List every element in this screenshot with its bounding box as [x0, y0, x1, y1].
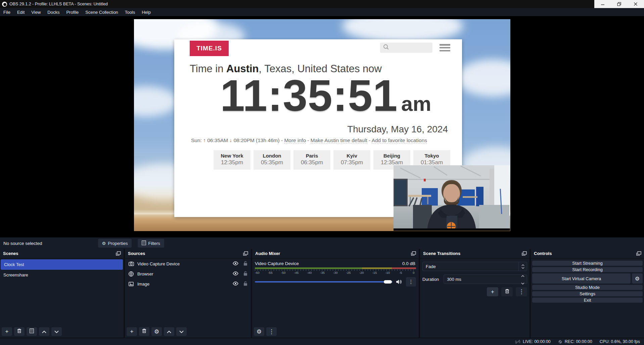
remove-source-button[interactable] — [139, 327, 149, 336]
popout-icon[interactable] — [411, 251, 416, 256]
preview-area: TIME.IS Time in Austin, Texas, United St… — [0, 16, 644, 238]
globe-icon — [128, 271, 134, 276]
city-card: New York12:35pm — [214, 150, 250, 170]
menu-view[interactable]: View — [28, 8, 44, 16]
close-icon[interactable] — [634, 2, 638, 6]
audio-mixer-panel-title: Audio Mixer — [255, 251, 280, 256]
chevron-up-icon — [42, 328, 46, 335]
menu-scene-collection[interactable]: Scene Collection — [82, 8, 122, 16]
filters-icon — [142, 241, 146, 246]
visibility-eye-icon[interactable] — [233, 261, 238, 266]
scene-filters-button[interactable] — [27, 327, 37, 336]
move-source-down-button[interactable] — [176, 327, 187, 336]
image-icon — [128, 282, 134, 286]
scene-transitions-panel-title: Scene Transitions — [423, 251, 460, 256]
menu-file[interactable]: File — [0, 8, 14, 16]
add-scene-button[interactable]: + — [2, 327, 12, 336]
dots-vertical-icon: ⋮ — [519, 288, 524, 295]
studio-mode-button[interactable]: Studio Mode — [532, 285, 643, 290]
scenes-panel-title: Scenes — [3, 251, 18, 256]
scene-preview-canvas[interactable]: TIME.IS Time in Austin, Texas, United St… — [134, 19, 510, 231]
sun-info-line: Sun: ↑ 06:35AM ↓ 08:20PM (13h 46m) - Mor… — [191, 137, 450, 143]
search-input[interactable] — [380, 43, 432, 53]
cloud — [134, 86, 178, 117]
controls-panel: Controls Start Streaming Start Recording… — [531, 249, 644, 338]
remove-transition-button[interactable] — [501, 287, 513, 296]
volume-slider[interactable] — [255, 281, 393, 283]
transition-select[interactable]: Fade — [422, 262, 527, 271]
duration-spinner[interactable]: 300 ms — [444, 274, 527, 284]
add-source-button[interactable]: + — [127, 327, 137, 336]
lock-icon[interactable] — [243, 261, 247, 267]
city-card: Kyiv07:35pm — [333, 150, 370, 170]
controls-panel-title: Controls — [534, 251, 552, 256]
mixer-channel-menu-button[interactable]: ⋮ — [406, 277, 416, 287]
scene-item-clock-test[interactable]: Clock Test — [1, 259, 123, 270]
mixer-menu-button[interactable]: ⋮ — [266, 327, 277, 336]
menu-docks[interactable]: Docks — [44, 8, 63, 16]
audio-mixer-panel: Audio Mixer Video Capture Device 0.0 dB … — [252, 249, 419, 338]
restore-icon[interactable] — [617, 2, 621, 6]
lock-icon[interactable] — [243, 271, 247, 277]
properties-button[interactable]: ⚙ Properties — [98, 239, 132, 248]
clock-time: 11:35:51 — [220, 71, 398, 120]
menu-edit[interactable]: Edit — [14, 8, 28, 16]
move-scene-down-button[interactable] — [51, 327, 62, 336]
popout-icon[interactable] — [636, 251, 641, 256]
visibility-eye-icon[interactable] — [233, 271, 238, 276]
settings-button[interactable]: Settings — [532, 291, 643, 296]
transition-menu-button[interactable]: ⋮ — [516, 287, 527, 296]
speaker-icon[interactable] — [396, 279, 402, 285]
filters-icon — [30, 328, 34, 335]
webcam-source[interactable] — [394, 165, 510, 231]
source-item-browser[interactable]: Browser — [125, 269, 251, 279]
cloud — [456, 59, 510, 96]
chevron-up-icon — [167, 328, 171, 335]
search-icon — [383, 44, 389, 52]
plus-icon: + — [5, 328, 9, 335]
transition-selected-value: Fade — [426, 264, 436, 269]
no-source-selected-label: No source selected — [3, 241, 42, 246]
menu-profile[interactable]: Profile — [63, 8, 82, 16]
menu-help[interactable]: Help — [138, 8, 154, 16]
dock-area: Scenes Clock Test Screenshare + Sources … — [0, 249, 644, 338]
move-scene-up-button[interactable] — [39, 327, 49, 336]
source-item-video-capture[interactable]: Video Capture Device — [125, 259, 251, 269]
select-chevrons-icon — [518, 262, 527, 271]
source-properties-button[interactable]: ⚙ — [151, 327, 162, 336]
window-controls — [594, 0, 644, 8]
gear-icon: ⚙ — [102, 241, 106, 246]
make-default-link: Make Austin time default — [311, 137, 367, 143]
remove-scene-button[interactable] — [14, 327, 25, 336]
start-virtual-camera-button[interactable]: Start Virtual Camera — [532, 273, 631, 284]
date-display: Thursday, May 16, 2024 — [347, 124, 448, 135]
scene-transitions-panel: Scene Transitions Fade Duration 300 ms — [420, 249, 530, 338]
start-recording-button[interactable]: Start Recording — [532, 267, 643, 272]
popout-icon[interactable] — [243, 251, 248, 256]
volume-slider-handle[interactable] — [384, 280, 392, 284]
popout-icon[interactable] — [522, 251, 527, 256]
hamburger-menu-icon[interactable] — [440, 44, 450, 51]
spin-down-icon[interactable] — [521, 280, 524, 286]
start-streaming-button[interactable]: Start Streaming — [532, 261, 643, 266]
filters-button[interactable]: Filters — [138, 239, 164, 248]
lock-icon[interactable] — [243, 281, 247, 287]
menu-tools[interactable]: Tools — [122, 8, 138, 16]
add-transition-button[interactable]: + — [487, 287, 498, 296]
live-time-label: LIVE: 00:00:00 — [523, 339, 551, 344]
spin-up-icon[interactable] — [521, 272, 524, 278]
virtual-camera-settings-button[interactable]: ⚙ — [632, 273, 643, 284]
exit-button[interactable]: Exit — [532, 298, 643, 303]
advanced-audio-button[interactable]: ⚙ — [254, 327, 264, 336]
sources-panel-title: Sources — [128, 251, 145, 256]
minimize-icon[interactable] — [601, 2, 605, 6]
rec-time-label: REC: 00:00:00 — [565, 339, 592, 344]
plus-icon: + — [130, 328, 134, 335]
popout-icon[interactable] — [116, 251, 121, 256]
visibility-eye-icon[interactable] — [233, 282, 238, 287]
move-source-up-button[interactable] — [164, 327, 174, 336]
scene-item-screenshare[interactable]: Screenshare — [0, 270, 124, 280]
window-title: OBS 29.1.2 - Profile: LLHLS BETA - Scene… — [9, 2, 108, 6]
source-item-image[interactable]: Image — [125, 279, 251, 289]
sources-panel: Sources Video Capture Device Browser — [125, 249, 251, 338]
